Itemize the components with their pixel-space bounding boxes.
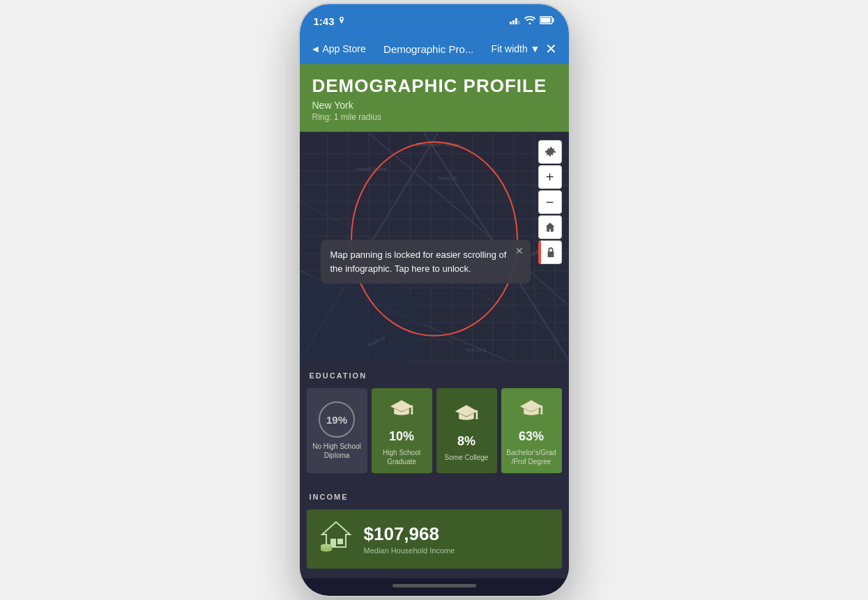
- edu-card-bachelors: 63% Bachelor's/Grad /Prof Degree: [501, 388, 562, 473]
- signal-bar-2: [512, 20, 515, 24]
- demo-header: DEMOGRAPHIC PROFILE New York Ring: 1 mil…: [300, 64, 569, 132]
- edu-label-no-diploma: No High School Diploma: [311, 442, 363, 460]
- edu-card-no-diploma: 19% No High School Diploma: [307, 388, 367, 473]
- map-settings-button[interactable]: [538, 140, 562, 164]
- svg-text:FDR Dr S: FDR Dr S: [465, 348, 486, 353]
- back-button[interactable]: ◄ App Store: [311, 43, 366, 54]
- map-lock-button[interactable]: [538, 240, 562, 264]
- svg-text:Canal St: Canal St: [437, 176, 456, 180]
- map-zoom-in-button[interactable]: +: [538, 165, 562, 189]
- status-time: 1:43: [314, 15, 346, 27]
- education-section: EDUCATION 19% No High School Diploma: [300, 362, 569, 483]
- status-bar: 1:43: [300, 4, 569, 35]
- battery-icon: [540, 16, 555, 26]
- phone-frame: 1:43 ◄ App Store Demographic Pro... Fit …: [298, 3, 570, 597]
- nav-controls: Fit width ▼ ✕: [492, 40, 558, 57]
- map-home-button[interactable]: [538, 215, 562, 239]
- svg-text:Holland Tunnel: Holland Tunnel: [355, 167, 388, 171]
- education-title: EDUCATION: [307, 371, 562, 380]
- wifi-icon: [524, 16, 535, 26]
- svg-rect-51: [337, 539, 343, 544]
- house-money-icon: [318, 519, 354, 559]
- edu-card-hs-grad: 10% High School Graduate: [372, 388, 432, 473]
- ring-text: Ring: 1 mile radius: [312, 112, 556, 122]
- back-label[interactable]: ◄ App Store: [311, 43, 366, 54]
- svg-marker-43: [455, 405, 478, 416]
- svg-rect-41: [411, 405, 413, 413]
- map-zoom-out-button[interactable]: −: [538, 190, 562, 214]
- income-title: INCOME: [307, 493, 562, 501]
- edu-percent-some-college: 8%: [457, 434, 475, 449]
- svg-point-54: [321, 544, 332, 548]
- status-icons: [510, 16, 555, 26]
- svg-text:Greenwich Village: Greenwich Village: [416, 141, 460, 148]
- svg-rect-39: [548, 252, 554, 257]
- close-button[interactable]: ✕: [545, 40, 557, 57]
- tooltip-text: Map panning is locked for easier scrolli…: [330, 249, 507, 274]
- signal-bar-1: [510, 22, 512, 24]
- svg-point-42: [411, 412, 413, 415]
- nav-title: Demographic Pro...: [383, 43, 473, 55]
- tooltip-close-button[interactable]: ✕: [515, 244, 524, 259]
- location-icon: [337, 17, 346, 25]
- home-bar: [393, 584, 476, 587]
- location-text: New York: [312, 100, 556, 111]
- income-label: Median Household Income: [364, 546, 455, 555]
- edu-label-hs-grad: High School Graduate: [376, 448, 428, 466]
- education-grid: 19% No High School Diploma 10%: [307, 388, 562, 473]
- map-section[interactable]: Greenwich Village Holland Tunnel Canal S…: [300, 132, 569, 362]
- content-area: DEMOGRAPHIC PROFILE New York Ring: 1 mil…: [300, 64, 569, 578]
- time-display: 1:43: [314, 15, 335, 27]
- page-title: DEMOGRAPHIC PROFILE: [312, 75, 556, 97]
- income-value: $107,968: [364, 523, 455, 545]
- fit-width-button[interactable]: Fit width ▼: [492, 43, 540, 54]
- edu-percent-bachelors: 63%: [519, 429, 544, 444]
- income-card: $107,968 Median Household Income: [307, 509, 562, 569]
- map-controls: + −: [538, 140, 562, 264]
- svg-point-45: [475, 417, 478, 420]
- svg-marker-46: [520, 400, 542, 411]
- edu-percent-hs-grad: 10%: [389, 429, 414, 444]
- svg-rect-44: [476, 410, 478, 417]
- grad-cap-icon-3: [519, 395, 544, 425]
- grad-cap-icon-2: [454, 400, 479, 430]
- signal-bars: [510, 18, 520, 24]
- edu-card-some-college: 8% Some College: [436, 388, 497, 473]
- svg-rect-1: [540, 17, 550, 22]
- grad-cap-icon-1: [389, 395, 414, 425]
- svg-point-48: [540, 412, 543, 415]
- svg-rect-47: [541, 405, 543, 413]
- edu-label-some-college: Some College: [445, 453, 489, 462]
- home-indicator: [300, 578, 569, 596]
- signal-bar-3: [515, 18, 517, 24]
- income-info: $107,968 Median Household Income: [364, 523, 455, 555]
- edu-label-bachelors: Bachelor's/Grad /Prof Degree: [505, 448, 558, 466]
- edu-percent-no-diploma: 19%: [319, 401, 355, 438]
- nav-bar: ◄ App Store Demographic Pro... Fit width…: [300, 35, 569, 64]
- svg-marker-40: [390, 400, 413, 411]
- income-section: INCOME $107,968 Medi: [300, 483, 569, 578]
- signal-bar-4: [518, 21, 520, 24]
- map-tooltip[interactable]: ✕ Map panning is locked for easier scrol…: [321, 240, 531, 284]
